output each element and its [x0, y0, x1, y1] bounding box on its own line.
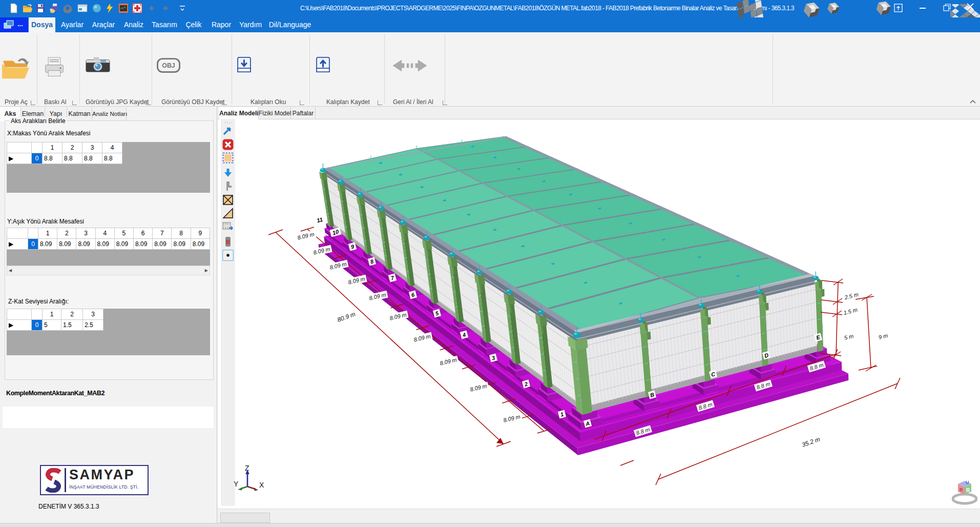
svg-text:U: U — [966, 480, 969, 485]
svg-text:80.9 m: 80.9 m — [336, 310, 356, 323]
svg-text:5 m: 5 m — [844, 333, 854, 341]
svg-text:1.5 m: 1.5 m — [843, 307, 858, 316]
svg-text:X: X — [259, 481, 264, 489]
svg-text:OBJ: OBJ — [162, 62, 175, 69]
svg-text:35.2 m: 35.2 m — [801, 436, 821, 449]
svg-text:R: R — [966, 488, 970, 493]
svg-text:B: B — [960, 487, 963, 492]
svg-text:B: B — [226, 239, 230, 245]
svg-text:9 m: 9 m — [878, 332, 889, 340]
svg-text:Y: Y — [234, 480, 239, 488]
